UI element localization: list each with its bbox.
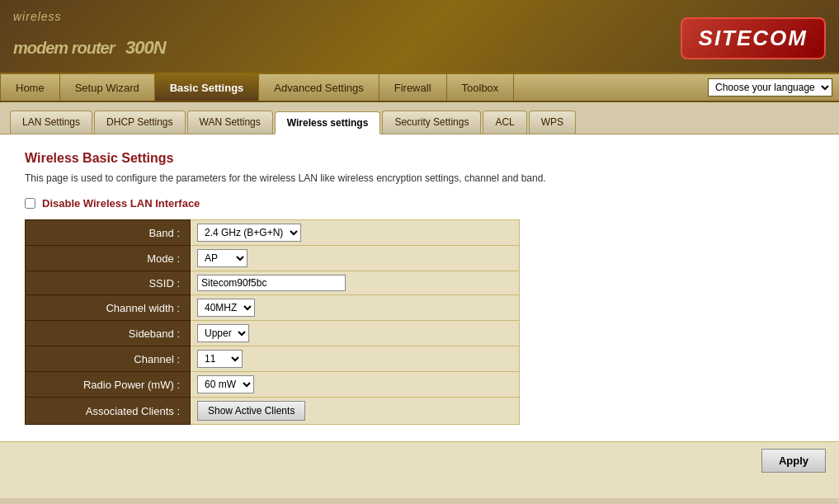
mode-select[interactable]: AP Client WDS: [197, 249, 247, 267]
channel-cell: 1 2 3 4 5 6 7 8 9 10 11 12 13 Auto: [191, 346, 520, 372]
content-area: LAN Settings DHCP Settings WAN Settings …: [0, 102, 839, 498]
disable-wireless-label: Disable Wireless LAN Interface: [42, 197, 200, 210]
disable-wireless-checkbox[interactable]: [25, 198, 35, 209]
sitecom-logo: SITECOM: [681, 17, 826, 59]
disable-wireless-row: Disable Wireless LAN Interface: [25, 197, 814, 210]
nav-tab-basic-settings[interactable]: Basic Settings: [155, 74, 260, 101]
associated-clients-cell: Show Active Clients: [191, 398, 520, 425]
mode-row: Mode : AP Client WDS: [26, 246, 520, 271]
nav-tab-setup-wizard[interactable]: Setup Wizard: [60, 74, 155, 101]
sideband-row: Sideband : Upper Lower: [26, 321, 520, 346]
logo-wireless: wireless: [13, 10, 166, 23]
band-row: Band : 2.4 GHz (B+G+N) 2.4 GHz (B+G) 2.4…: [26, 220, 520, 246]
sub-tab-security-settings[interactable]: Security Settings: [382, 111, 481, 134]
sideband-select[interactable]: Upper Lower: [197, 324, 249, 342]
sub-tab-acl[interactable]: ACL: [483, 111, 526, 134]
sideband-label: Sideband :: [26, 321, 191, 346]
channel-width-row: Channel width : 40MHZ 20MHZ: [26, 295, 520, 321]
channel-select[interactable]: 1 2 3 4 5 6 7 8 9 10 11 12 13 Auto: [197, 350, 243, 368]
band-cell: 2.4 GHz (B+G+N) 2.4 GHz (B+G) 2.4 GHz (N…: [191, 220, 520, 246]
show-active-clients-button[interactable]: Show Active Clients: [197, 401, 305, 421]
channel-row: Channel : 1 2 3 4 5 6 7 8 9 10 11 12: [26, 346, 520, 372]
nav-tab-home[interactable]: Home: [0, 74, 60, 101]
mode-cell: AP Client WDS: [191, 246, 520, 271]
nav-tab-toolbox[interactable]: Toolbox: [447, 74, 515, 101]
sub-tab-lan-settings[interactable]: LAN Settings: [10, 111, 92, 134]
radio-power-select[interactable]: 60 mW 30 mW 15 mW: [197, 375, 254, 393]
logo-main: modem router 300N: [13, 23, 166, 66]
sub-tab-wan-settings[interactable]: WAN Settings: [187, 111, 273, 134]
section-title: Wireless Basic Settings: [25, 151, 814, 166]
channel-width-cell: 40MHZ 20MHZ: [191, 295, 520, 321]
radio-power-row: Radio Power (mW) : 60 mW 30 mW 15 mW: [26, 372, 520, 398]
radio-power-cell: 60 mW 30 mW 15 mW: [191, 372, 520, 398]
nav-tab-firewall[interactable]: Firewall: [379, 74, 447, 101]
ssid-label: SSID :: [26, 271, 191, 295]
associated-clients-label: Associated Clients :: [26, 398, 191, 425]
language-dropdown[interactable]: Choose your language: [708, 78, 832, 97]
sideband-cell: Upper Lower: [191, 321, 520, 346]
logo-area: wireless modem router 300N: [13, 10, 166, 66]
header: wireless modem router 300N SITECOM: [0, 0, 839, 73]
settings-content: Wireless Basic Settings This page is use…: [0, 134, 839, 441]
sub-tab-wps[interactable]: WPS: [529, 111, 576, 134]
nav-tab-advanced-settings[interactable]: Advanced Settings: [259, 74, 379, 101]
footer-area: Apply: [0, 441, 839, 479]
ssid-cell: [191, 271, 520, 295]
main-navigation: Home Setup Wizard Basic Settings Advance…: [0, 73, 839, 102]
channel-label: Channel :: [26, 346, 191, 372]
sub-navigation: LAN Settings DHCP Settings WAN Settings …: [0, 102, 839, 134]
band-label: Band :: [26, 220, 191, 246]
language-selector[interactable]: Choose your language: [708, 74, 839, 101]
band-select[interactable]: 2.4 GHz (B+G+N) 2.4 GHz (B+G) 2.4 GHz (N…: [197, 224, 301, 242]
channel-width-label: Channel width :: [26, 295, 191, 321]
section-description: This page is used to configure the param…: [25, 172, 814, 184]
apply-button[interactable]: Apply: [761, 449, 826, 473]
logo-suffix: 300N: [125, 37, 166, 58]
sub-tab-wireless-settings[interactable]: Wireless settings: [275, 111, 381, 134]
associated-clients-row: Associated Clients : Show Active Clients: [26, 398, 520, 425]
channel-width-select[interactable]: 40MHZ 20MHZ: [197, 299, 255, 317]
settings-table: Band : 2.4 GHz (B+G+N) 2.4 GHz (B+G) 2.4…: [25, 219, 520, 425]
ssid-input[interactable]: [197, 275, 346, 291]
sub-tab-dhcp-settings[interactable]: DHCP Settings: [94, 111, 185, 134]
radio-power-label: Radio Power (mW) :: [26, 372, 191, 398]
mode-label: Mode :: [26, 246, 191, 271]
logo-text: modem router: [13, 39, 114, 57]
ssid-row: SSID :: [26, 271, 520, 295]
